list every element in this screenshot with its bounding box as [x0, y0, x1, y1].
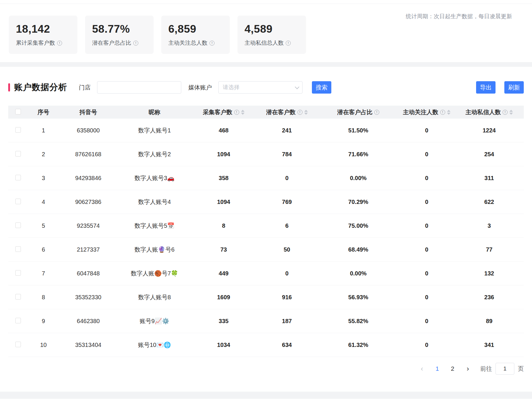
sort-icon[interactable]	[509, 110, 513, 115]
cell-collected: 1094	[191, 151, 256, 158]
cell-douyin_id: 90627386	[59, 199, 118, 205]
export-button[interactable]: 导出	[476, 81, 496, 94]
cell-collected: 1094	[191, 199, 256, 205]
sort-desc-icon	[241, 113, 245, 115]
cell-potential: 241	[256, 127, 318, 134]
stat-card-label: 累计采集客户数!	[16, 39, 70, 47]
sort-desc-icon	[304, 113, 308, 115]
page-number-1[interactable]: 1	[432, 364, 442, 374]
cell-index: 7	[28, 270, 59, 277]
sort-icon[interactable]	[241, 110, 245, 115]
cell-potential_ratio: 75.00%	[318, 222, 399, 229]
row-checkbox[interactable]	[15, 222, 21, 228]
next-page-icon[interactable]: ›	[463, 364, 473, 374]
table-header-row: 序号抖音号昵称采集客户数!潜在客户数!潜在客户占比!主动关注人数!主动私信人数!	[8, 106, 524, 119]
column-header-label: 主动私信人数	[466, 108, 501, 116]
cell-douyin_id: 6047848	[59, 270, 118, 277]
cell-index: 2	[28, 151, 59, 158]
stat-card-value: 4,589	[245, 23, 299, 35]
cell-douyin_id: 9235574	[59, 222, 118, 229]
goto-page-input[interactable]	[496, 363, 514, 375]
cell-nickname: 数字人账号2	[118, 150, 191, 158]
refresh-button[interactable]: 刷新	[504, 81, 524, 94]
cell-douyin_id: 35313404	[59, 342, 118, 348]
cell-index: 5	[28, 222, 59, 229]
row-checkbox[interactable]	[15, 294, 21, 300]
cell-messages: 89	[455, 318, 524, 325]
row-checkbox-cell	[8, 175, 28, 182]
search-button[interactable]: 搜索	[312, 81, 331, 94]
row-checkbox[interactable]	[15, 318, 21, 323]
section-divider	[0, 62, 532, 67]
stat-card-label: 主动私信总人数!	[245, 39, 299, 47]
prev-page-icon[interactable]: ‹	[417, 364, 427, 374]
cell-messages: 132	[455, 270, 524, 277]
sort-icon[interactable]	[447, 110, 450, 115]
sort-desc-icon	[447, 113, 450, 115]
media-filter-label: 媒体账户	[188, 84, 212, 92]
cell-potential_ratio: 51.50%	[318, 127, 399, 134]
cell-potential_ratio: 55.82%	[318, 318, 399, 325]
sort-desc-icon	[509, 113, 513, 115]
row-checkbox-cell	[8, 342, 28, 348]
cell-potential: 0	[256, 175, 318, 182]
cell-nickname: 数字人账号4	[118, 198, 191, 206]
media-account-select[interactable]: 请选择	[218, 81, 302, 94]
stats-panel: 统计周期：次日起生产数据，每日凌晨更新 18,142累计采集客户数!58.77%…	[0, 4, 532, 62]
cell-potential: 187	[256, 318, 318, 325]
row-checkbox[interactable]	[15, 175, 21, 180]
pagination: ‹ 12 › 前往 页	[8, 362, 524, 375]
cell-follows: 0	[399, 199, 455, 205]
column-header-index: 序号	[28, 108, 59, 116]
column-header-messages[interactable]: 主动私信人数!	[455, 108, 524, 116]
column-header-follows[interactable]: 主动关注人数!	[399, 108, 455, 116]
stat-card-label-text: 累计采集客户数	[16, 39, 55, 47]
cell-messages: 311	[455, 175, 524, 182]
row-checkbox[interactable]	[15, 342, 21, 347]
cell-follows: 0	[399, 318, 455, 325]
table-row: 59235574数字人账号5📅8675.00%03	[8, 214, 524, 238]
cell-follows: 0	[399, 175, 455, 182]
stat-card: 18,142累计采集客户数!	[9, 16, 77, 54]
table-row: 76047848数字人账🏀号7🍀44900.00%0132	[8, 262, 524, 285]
table-row: 490627386数字人账号4109476970.29%0622	[8, 190, 524, 214]
cell-nickname: 数字人账号3🚗	[118, 174, 191, 182]
row-checkbox[interactable]	[15, 246, 21, 252]
column-header-collected[interactable]: 采集客户数!	[191, 108, 256, 116]
stat-card-label: 潜在客户总占比!	[92, 39, 147, 47]
chevron-down-icon	[295, 84, 300, 89]
table-row: 96462380账号9📈⚙️33518755.82%089	[8, 309, 524, 333]
stat-card-label-text: 潜在客户总占比	[92, 39, 131, 47]
cell-collected: 358	[191, 175, 256, 182]
column-header-potential[interactable]: 潜在客户数!	[256, 108, 318, 116]
cell-potential_ratio: 56.93%	[318, 294, 399, 301]
cell-messages: 236	[455, 294, 524, 301]
sort-asc-icon	[241, 110, 245, 112]
cell-collected: 449	[191, 270, 256, 277]
cell-collected: 1034	[191, 342, 256, 348]
cell-potential: 916	[256, 294, 318, 301]
row-checkbox[interactable]	[15, 270, 21, 276]
stat-card: 58.77%潜在客户总占比!	[85, 16, 154, 54]
row-checkbox[interactable]	[15, 127, 21, 133]
stat-card-label-text: 主动关注总人数	[168, 39, 207, 47]
cell-follows: 0	[399, 342, 455, 348]
store-input[interactable]	[97, 81, 181, 94]
row-checkbox-cell	[8, 199, 28, 205]
row-checkbox-cell	[8, 151, 28, 158]
cell-index: 9	[28, 318, 59, 325]
select-all-checkbox[interactable]	[15, 109, 21, 114]
info-icon: !	[374, 110, 379, 115]
cell-index: 8	[28, 294, 59, 301]
cell-potential: 784	[256, 151, 318, 158]
table-row: 287626168数字人账号2109478471.66%0254	[8, 142, 524, 166]
row-checkbox[interactable]	[15, 199, 21, 204]
stat-card-value: 6,859	[168, 23, 223, 35]
row-checkbox[interactable]	[15, 151, 21, 157]
column-header-potential_ratio: 潜在客户占比!	[318, 108, 399, 116]
cell-index: 10	[28, 342, 59, 348]
cell-douyin_id: 6462380	[59, 318, 118, 325]
table-row: 394293846数字人账号3🚗35800.00%0311	[8, 166, 524, 190]
sort-icon[interactable]	[304, 110, 308, 115]
page-number-2[interactable]: 2	[448, 364, 458, 374]
